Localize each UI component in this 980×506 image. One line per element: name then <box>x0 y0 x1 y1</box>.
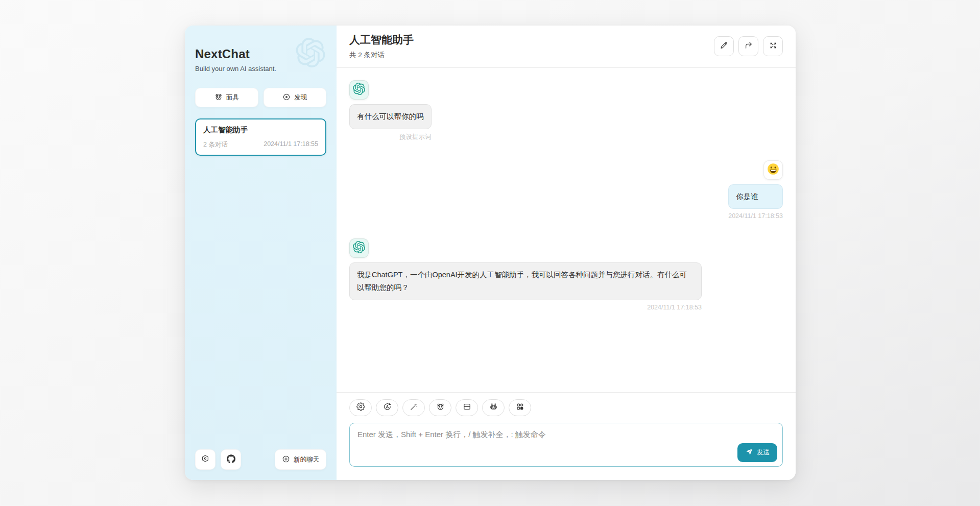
assistant-avatar <box>349 238 369 258</box>
message-assistant: 我是ChatGPT，一个由OpenAI开发的人工智能助手，我可以回答各种问题并与… <box>349 238 783 310</box>
share-chat-button[interactable] <box>738 36 758 56</box>
chat-title[interactable]: 人工智能助手 <box>349 33 714 47</box>
composer: 发送 <box>349 423 783 469</box>
mask-icon <box>436 402 445 413</box>
chat-toolbar <box>349 399 783 416</box>
chat-header: 人工智能助手 共 2 条对话 <box>337 26 796 68</box>
message-user: 你是谁 2024/11/1 17:18:53 <box>349 160 783 220</box>
message-timestamp: 2024/11/1 17:18:53 <box>728 212 783 220</box>
preset-prompt-label: 预设提示词 <box>349 133 432 141</box>
chat-subtitle: 共 2 条对话 <box>349 51 714 60</box>
discover-icon <box>282 93 291 103</box>
chat-header-actions <box>714 36 783 56</box>
discover-button-label: 发现 <box>294 93 307 102</box>
chat-list-item-selected[interactable]: 人工智能助手 2 条对话 2024/11/1 17:18:55 <box>195 118 326 156</box>
chat-item-count: 2 条对话 <box>203 140 228 149</box>
github-button[interactable] <box>221 449 241 470</box>
send-button[interactable]: 发送 <box>737 443 777 462</box>
new-chat-button[interactable]: 新的聊天 <box>275 449 326 470</box>
chat-list: 人工智能助手 2 条对话 2024/11/1 17:18:55 <box>195 118 326 449</box>
masks-button[interactable]: 面具 <box>195 88 258 107</box>
share-icon <box>745 41 753 52</box>
clear-context-icon <box>463 402 471 413</box>
smiley-emoji-icon <box>767 162 780 178</box>
maximize-icon <box>769 41 777 52</box>
shortcuts-button[interactable] <box>509 399 531 416</box>
discover-button[interactable]: 发现 <box>264 88 327 107</box>
masks-button-label: 面具 <box>226 93 239 102</box>
pencil-icon <box>720 41 728 52</box>
chat-main: 人工智能助手 共 2 条对话 <box>337 26 796 480</box>
gear-icon <box>356 402 365 413</box>
settings-hexagon-icon <box>201 454 209 465</box>
paper-plane-icon <box>745 448 753 457</box>
settings-button[interactable] <box>195 449 216 470</box>
masks-toolbar-button[interactable] <box>429 399 451 416</box>
chat-item-time: 2024/11/1 17:18:55 <box>264 140 318 149</box>
clear-context-button[interactable] <box>456 399 478 416</box>
message-bubble[interactable]: 我是ChatGPT，一个由OpenAI开发的人工智能助手，我可以回答各种问题并与… <box>349 262 702 300</box>
message-input[interactable] <box>349 423 783 467</box>
grid-icon <box>516 402 524 413</box>
message-bubble[interactable]: 你是谁 <box>728 184 783 209</box>
message-list[interactable]: 有什么可以帮你的吗 预设提示词 <box>337 68 796 392</box>
sidebar: NextChat Build your own AI assistant. 面具 <box>185 26 337 480</box>
mask-icon <box>214 93 223 103</box>
message-assistant: 有什么可以帮你的吗 预设提示词 <box>349 80 783 141</box>
message-timestamp: 2024/11/1 17:18:53 <box>349 304 702 311</box>
github-icon <box>227 454 235 465</box>
auto-theme-icon <box>383 402 392 413</box>
magic-wand-icon <box>410 402 418 413</box>
openai-watermark-logo-icon <box>296 38 325 67</box>
new-chat-button-label: 新的聊天 <box>294 455 319 464</box>
prompt-button[interactable] <box>402 399 425 416</box>
app-window: NextChat Build your own AI assistant. 面具 <box>185 26 796 480</box>
composer-panel: 发送 <box>337 392 796 480</box>
chat-header-titles: 人工智能助手 共 2 条对话 <box>349 33 714 60</box>
chat-item-meta: 2 条对话 2024/11/1 17:18:55 <box>203 140 318 149</box>
message-bubble[interactable]: 有什么可以帮你的吗 <box>349 104 432 129</box>
openai-logo-icon <box>353 241 365 255</box>
robot-icon <box>489 402 498 413</box>
sidebar-actions: 面具 发现 <box>195 88 326 107</box>
openai-logo-icon <box>353 83 365 97</box>
rename-chat-button[interactable] <box>714 36 734 56</box>
fullscreen-button[interactable] <box>763 36 783 56</box>
theme-toggle-button[interactable] <box>376 399 398 416</box>
assistant-avatar <box>349 80 369 100</box>
chat-settings-button[interactable] <box>349 399 372 416</box>
user-avatar <box>763 160 783 180</box>
model-select-button[interactable] <box>482 399 505 416</box>
sidebar-footer: 新的聊天 <box>195 449 326 470</box>
send-button-label: 发送 <box>757 448 770 457</box>
plus-circle-icon <box>282 455 290 465</box>
chat-item-title: 人工智能助手 <box>203 125 318 135</box>
